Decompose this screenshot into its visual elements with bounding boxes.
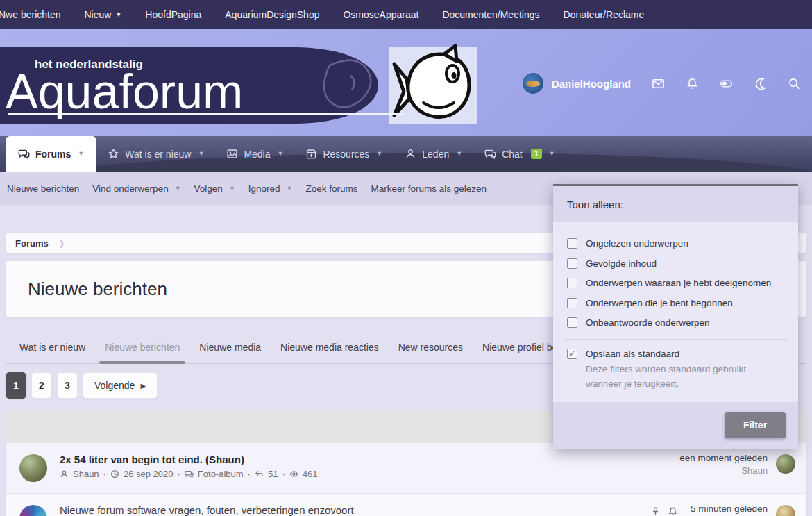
media-image-icon xyxy=(226,148,238,160)
subnav-vind-onderwerpen[interactable]: Vind onderwerpen▼ xyxy=(92,183,180,194)
nav-tab-forums[interactable]: Forums ▼ xyxy=(6,136,96,172)
replies-icon xyxy=(255,469,264,478)
topbar-link-hoofdpagina[interactable]: HoofdPagina xyxy=(145,9,201,20)
last-post-info: een moment geleden Shaun xyxy=(679,453,768,476)
page-button-2[interactable]: 2 xyxy=(31,372,52,399)
subnav-volgen[interactable]: Volgen▼ xyxy=(194,183,235,194)
checkbox-checked[interactable] xyxy=(567,349,577,359)
last-post-user: Shaun xyxy=(679,465,768,476)
tab-wat-is-er-nieuw[interactable]: Wat is er nieuw xyxy=(10,331,95,363)
tab-new-resources[interactable]: New resources xyxy=(389,331,473,363)
user-cluster: DanielHoogland xyxy=(523,69,801,97)
filter-save-hint: Deze filters worden standaard gebruikt w… xyxy=(586,363,784,391)
tab-nieuwe-media-reacties[interactable]: Nieuwe media reacties xyxy=(271,331,389,363)
breadcrumb-chevron-icon: ❯ xyxy=(58,238,65,248)
filter-option-begonnen[interactable]: Onderwerpen die je bent begonnen xyxy=(567,297,784,310)
user-avatar xyxy=(523,73,543,94)
filter-option-onbeantwoord[interactable]: Onbeantwoorde onderwerpen xyxy=(567,317,784,329)
last-post-info: 5 minuten geleden xyxy=(691,503,768,514)
divider xyxy=(564,339,787,340)
nav-tab-resources[interactable]: Resources ▼ xyxy=(294,136,394,172)
site-header: het nederlandstalig Aquaforum DanielHoog… xyxy=(0,29,812,136)
filter-option-deelgenomen[interactable]: Onderwerpen waaraan je hebt deelgenomen xyxy=(567,277,784,290)
last-post-avatar[interactable] xyxy=(776,454,795,474)
last-post-time[interactable]: 5 minuten geleden xyxy=(691,503,768,514)
breadcrumb-forums[interactable]: Forums xyxy=(15,238,49,249)
thread-author-avatar[interactable] xyxy=(19,505,47,516)
chevron-down-icon: ▼ xyxy=(175,185,181,192)
topbar-link-nwe-berichten[interactable]: Nwe berichten xyxy=(0,9,61,20)
thread-row: Nieuwe forum software vragen, fouten, ve… xyxy=(6,493,806,516)
messages-envelope-icon[interactable] xyxy=(652,77,665,90)
page-title: Nieuwe berichten xyxy=(28,278,167,300)
filter-panel-body: Ongelezen onderwerpen Gevolgde inhoud On… xyxy=(553,222,798,402)
topbar-link-donateur-reclame[interactable]: Donateur/Reclame xyxy=(564,9,645,20)
filter-submit-button[interactable]: Filter xyxy=(725,412,786,438)
checkbox-unchecked[interactable] xyxy=(567,258,577,269)
chevron-down-icon: ▼ xyxy=(549,151,555,157)
thread-replies: 51 xyxy=(268,469,278,479)
top-link-bar: Nwe berichten Nieuw▼ HoofdPagina Aquariu… xyxy=(0,0,812,29)
dark-mode-moon-icon[interactable] xyxy=(754,77,767,90)
tab-nieuwe-berichten[interactable]: Nieuwe berichten xyxy=(95,331,189,363)
chevron-down-icon: ▼ xyxy=(78,151,84,157)
filter-option-gevolgde[interactable]: Gevolgde inhoud xyxy=(567,258,784,270)
thread-title[interactable]: Nieuwe forum software vragen, fouten, ve… xyxy=(60,503,650,516)
topbar-link-osmoseapparaat[interactable]: OsmoseApparaat xyxy=(343,9,418,20)
checkbox-unchecked[interactable] xyxy=(567,238,577,249)
checkbox-unchecked[interactable] xyxy=(567,317,577,328)
account-menu[interactable]: DanielHoogland xyxy=(523,73,631,94)
filter-save-default[interactable]: Opslaan als standaard xyxy=(567,348,784,360)
filter-dropdown-panel: Toon alleen: Ongelezen onderwerpen Gevol… xyxy=(553,184,798,449)
nav-tab-leden[interactable]: Leden ▼ xyxy=(394,136,473,172)
aquaforum-logo[interactable]: het nederlandstalig Aquaforum xyxy=(0,44,479,129)
thread-row: 2x 54 liter van begin tot eind. (Shaun) … xyxy=(6,443,806,493)
last-post-time[interactable]: een moment geleden xyxy=(679,453,768,463)
topbar-link-aquariumdesignshop[interactable]: AquariumDesignShop xyxy=(225,9,319,20)
chevron-down-icon: ▼ xyxy=(115,12,121,18)
nav-tab-media[interactable]: Media ▼ xyxy=(215,136,294,172)
main-navigation: Forums ▼ Wat is er nieuw ▼ Media ▼ Resou… xyxy=(0,136,812,172)
filter-panel-footer: Filter xyxy=(553,402,798,449)
views-eye-icon xyxy=(289,469,298,478)
thread-title[interactable]: 2x 54 liter van begin tot eind. (Shaun) xyxy=(60,453,679,467)
pinned-pin-icon xyxy=(650,506,661,516)
chevron-down-icon: ▼ xyxy=(376,151,382,157)
topbar-link-documenten-meetings[interactable]: Documenten/Meetings xyxy=(442,9,539,20)
next-page-button[interactable]: Volgende ▶ xyxy=(83,372,158,399)
thread-forum[interactable]: Foto-album xyxy=(198,469,244,479)
thread-author[interactable]: Shaun xyxy=(73,469,99,479)
nav-tab-chat[interactable]: Chat 1 ▼ xyxy=(473,136,566,172)
thread-author-avatar[interactable] xyxy=(19,454,47,482)
alerts-bell-icon[interactable] xyxy=(686,77,699,90)
chat-bubbles-icon xyxy=(484,148,496,160)
page-button-3[interactable]: 3 xyxy=(57,372,78,399)
subnav-markeer-gelezen[interactable]: Markeer forums als gelezen xyxy=(371,183,487,194)
thread-date[interactable]: 26 sep 2020 xyxy=(124,469,174,479)
topbar-link-nieuw[interactable]: Nieuw▼ xyxy=(85,9,122,20)
page-button-1[interactable]: 1 xyxy=(6,372,26,399)
filter-option-ongelezen[interactable]: Ongelezen onderwerpen xyxy=(567,238,784,250)
thread-views: 461 xyxy=(303,469,318,479)
chat-count-badge: 1 xyxy=(531,149,542,159)
logo-wordmark: Aquaforum xyxy=(6,65,243,119)
checkbox-unchecked[interactable] xyxy=(567,298,577,308)
thread-flags xyxy=(650,506,678,516)
tab-nieuwe-media[interactable]: Nieuwe media xyxy=(189,331,271,363)
subnav-ignored[interactable]: Ignored▼ xyxy=(248,183,293,194)
checkbox-unchecked[interactable] xyxy=(567,278,577,288)
aquaforum-logo-image: het nederlandstalig Aquaforum xyxy=(0,44,479,126)
subnav-nieuwe-berichten[interactable]: Nieuwe berichten xyxy=(7,183,79,194)
forums-chat-icon xyxy=(18,148,30,160)
last-post-avatar[interactable] xyxy=(776,505,795,516)
chevron-down-icon: ▼ xyxy=(198,151,204,157)
chevron-down-icon: ▼ xyxy=(278,151,284,157)
nav-tab-wat-is-er-nieuw[interactable]: Wat is er nieuw ▼ xyxy=(96,136,215,172)
members-person-icon xyxy=(405,148,416,160)
toggle-switch-icon[interactable] xyxy=(720,77,733,90)
star-icon xyxy=(108,148,119,160)
search-icon[interactable] xyxy=(788,77,801,90)
filter-panel-title: Toon alleen: xyxy=(553,186,798,222)
subnav-zoek-forums[interactable]: Zoek forums xyxy=(306,183,358,194)
resources-download-icon xyxy=(305,148,317,160)
